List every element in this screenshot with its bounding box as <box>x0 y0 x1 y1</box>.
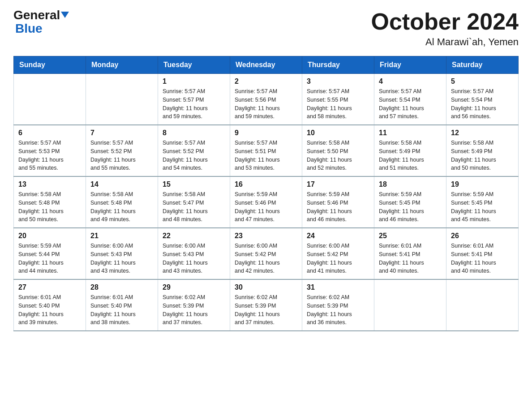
day-number: 9 <box>235 129 297 137</box>
calendar-cell: 16Sunrise: 5:59 AMSunset: 5:46 PMDayligh… <box>230 176 302 228</box>
header-thursday: Thursday <box>302 56 374 74</box>
calendar-table: SundayMondayTuesdayWednesdayThursdayFrid… <box>13 56 519 331</box>
day-number: 13 <box>18 180 81 188</box>
day-number: 10 <box>307 129 369 137</box>
logo: General Blue <box>13 9 69 35</box>
calendar-cell: 10Sunrise: 5:58 AMSunset: 5:50 PMDayligh… <box>302 125 374 176</box>
calendar-header-row: SundayMondayTuesdayWednesdayThursdayFrid… <box>14 56 519 74</box>
day-number: 8 <box>163 129 225 137</box>
day-info: Sunrise: 5:57 AMSunset: 5:56 PMDaylight:… <box>235 87 297 121</box>
calendar-cell: 23Sunrise: 6:00 AMSunset: 5:42 PMDayligh… <box>230 228 302 279</box>
day-info: Sunrise: 5:58 AMSunset: 5:49 PMDaylight:… <box>451 139 514 172</box>
day-number: 4 <box>379 77 442 86</box>
day-info: Sunrise: 5:59 AMSunset: 5:46 PMDaylight:… <box>235 190 297 224</box>
logo-triangle-icon <box>61 12 69 18</box>
header-wednesday: Wednesday <box>230 56 302 74</box>
calendar-cell: 3Sunrise: 5:57 AMSunset: 5:55 PMDaylight… <box>302 74 374 125</box>
calendar-cell <box>86 74 158 125</box>
day-number: 5 <box>451 77 514 86</box>
day-info: Sunrise: 6:01 AMSunset: 5:41 PMDaylight:… <box>379 242 442 275</box>
calendar-week-3: 13Sunrise: 5:58 AMSunset: 5:48 PMDayligh… <box>14 176 519 228</box>
day-number: 22 <box>163 232 225 240</box>
calendar-cell: 18Sunrise: 5:59 AMSunset: 5:45 PMDayligh… <box>374 176 446 228</box>
calendar-cell: 6Sunrise: 5:57 AMSunset: 5:53 PMDaylight… <box>14 125 86 176</box>
day-number: 12 <box>451 129 514 137</box>
day-number: 19 <box>451 180 514 188</box>
day-number: 28 <box>90 283 153 291</box>
day-info: Sunrise: 5:58 AMSunset: 5:47 PMDaylight:… <box>163 190 225 224</box>
calendar-cell: 13Sunrise: 5:58 AMSunset: 5:48 PMDayligh… <box>14 176 86 228</box>
day-info: Sunrise: 6:00 AMSunset: 5:43 PMDaylight:… <box>163 242 225 275</box>
calendar-cell: 29Sunrise: 6:02 AMSunset: 5:39 PMDayligh… <box>158 279 230 331</box>
day-info: Sunrise: 6:02 AMSunset: 5:39 PMDaylight:… <box>235 293 297 327</box>
calendar-cell: 27Sunrise: 6:01 AMSunset: 5:40 PMDayligh… <box>14 279 86 331</box>
calendar-cell: 9Sunrise: 5:57 AMSunset: 5:51 PMDaylight… <box>230 125 302 176</box>
calendar-cell: 22Sunrise: 6:00 AMSunset: 5:43 PMDayligh… <box>158 228 230 279</box>
day-info: Sunrise: 5:58 AMSunset: 5:49 PMDaylight:… <box>379 139 442 172</box>
day-number: 27 <box>18 283 81 291</box>
day-number: 30 <box>235 283 297 291</box>
day-number: 25 <box>379 232 442 240</box>
calendar-cell: 19Sunrise: 5:59 AMSunset: 5:45 PMDayligh… <box>446 176 519 228</box>
day-info: Sunrise: 5:59 AMSunset: 5:44 PMDaylight:… <box>18 242 81 275</box>
calendar-week-4: 20Sunrise: 5:59 AMSunset: 5:44 PMDayligh… <box>14 228 519 279</box>
day-info: Sunrise: 6:01 AMSunset: 5:40 PMDaylight:… <box>90 293 153 327</box>
day-number: 3 <box>307 77 369 86</box>
calendar-cell: 1Sunrise: 5:57 AMSunset: 5:57 PMDaylight… <box>158 74 230 125</box>
day-info: Sunrise: 5:57 AMSunset: 5:51 PMDaylight:… <box>235 139 297 172</box>
calendar-cell: 24Sunrise: 6:00 AMSunset: 5:42 PMDayligh… <box>302 228 374 279</box>
calendar-cell: 14Sunrise: 5:58 AMSunset: 5:48 PMDayligh… <box>86 176 158 228</box>
day-info: Sunrise: 5:57 AMSunset: 5:57 PMDaylight:… <box>163 87 225 121</box>
calendar-cell: 20Sunrise: 5:59 AMSunset: 5:44 PMDayligh… <box>14 228 86 279</box>
calendar-cell: 2Sunrise: 5:57 AMSunset: 5:56 PMDaylight… <box>230 74 302 125</box>
calendar-cell: 26Sunrise: 6:01 AMSunset: 5:41 PMDayligh… <box>446 228 519 279</box>
day-number: 21 <box>90 232 153 240</box>
calendar-week-5: 27Sunrise: 6:01 AMSunset: 5:40 PMDayligh… <box>14 279 519 331</box>
header-saturday: Saturday <box>446 56 519 74</box>
day-number: 11 <box>379 129 442 137</box>
day-number: 29 <box>163 283 225 291</box>
calendar-title: October 2024 <box>371 9 519 34</box>
day-info: Sunrise: 5:58 AMSunset: 5:48 PMDaylight:… <box>18 190 81 224</box>
calendar-cell: 15Sunrise: 5:58 AMSunset: 5:47 PMDayligh… <box>158 176 230 228</box>
day-info: Sunrise: 5:59 AMSunset: 5:46 PMDaylight:… <box>307 190 369 224</box>
day-number: 2 <box>235 77 297 86</box>
title-block: October 2024 Al Marawi`ah, Yemen <box>371 9 519 48</box>
page-header: General Blue October 2024 Al Marawi`ah, … <box>13 9 519 48</box>
calendar-cell: 7Sunrise: 5:57 AMSunset: 5:52 PMDaylight… <box>86 125 158 176</box>
day-number: 20 <box>18 232 81 240</box>
header-monday: Monday <box>86 56 158 74</box>
day-info: Sunrise: 5:57 AMSunset: 5:54 PMDaylight:… <box>451 87 514 121</box>
day-number: 16 <box>235 180 297 188</box>
day-info: Sunrise: 5:59 AMSunset: 5:45 PMDaylight:… <box>451 190 514 224</box>
day-number: 26 <box>451 232 514 240</box>
calendar-cell: 4Sunrise: 5:57 AMSunset: 5:54 PMDaylight… <box>374 74 446 125</box>
day-number: 7 <box>90 129 153 137</box>
day-info: Sunrise: 5:57 AMSunset: 5:55 PMDaylight:… <box>307 87 369 121</box>
calendar-cell <box>374 279 446 331</box>
calendar-cell <box>14 74 86 125</box>
day-info: Sunrise: 6:00 AMSunset: 5:42 PMDaylight:… <box>235 242 297 275</box>
day-info: Sunrise: 5:59 AMSunset: 5:45 PMDaylight:… <box>379 190 442 224</box>
calendar-cell: 25Sunrise: 6:01 AMSunset: 5:41 PMDayligh… <box>374 228 446 279</box>
calendar-cell: 31Sunrise: 6:02 AMSunset: 5:39 PMDayligh… <box>302 279 374 331</box>
header-friday: Friday <box>374 56 446 74</box>
day-info: Sunrise: 5:57 AMSunset: 5:54 PMDaylight:… <box>379 87 442 121</box>
day-info: Sunrise: 5:58 AMSunset: 5:50 PMDaylight:… <box>307 139 369 172</box>
calendar-cell <box>446 279 519 331</box>
day-info: Sunrise: 5:58 AMSunset: 5:48 PMDaylight:… <box>90 190 153 224</box>
day-info: Sunrise: 5:57 AMSunset: 5:53 PMDaylight:… <box>18 139 81 172</box>
calendar-subtitle: Al Marawi`ah, Yemen <box>371 36 519 48</box>
calendar-cell: 11Sunrise: 5:58 AMSunset: 5:49 PMDayligh… <box>374 125 446 176</box>
day-number: 6 <box>18 129 81 137</box>
day-number: 18 <box>379 180 442 188</box>
day-number: 17 <box>307 180 369 188</box>
day-number: 14 <box>90 180 153 188</box>
day-info: Sunrise: 6:01 AMSunset: 5:40 PMDaylight:… <box>18 293 81 327</box>
calendar-cell: 8Sunrise: 5:57 AMSunset: 5:52 PMDaylight… <box>158 125 230 176</box>
calendar-cell: 28Sunrise: 6:01 AMSunset: 5:40 PMDayligh… <box>86 279 158 331</box>
header-tuesday: Tuesday <box>158 56 230 74</box>
calendar-cell: 12Sunrise: 5:58 AMSunset: 5:49 PMDayligh… <box>446 125 519 176</box>
logo-general: General <box>13 9 69 21</box>
day-info: Sunrise: 5:57 AMSunset: 5:52 PMDaylight:… <box>163 139 225 172</box>
